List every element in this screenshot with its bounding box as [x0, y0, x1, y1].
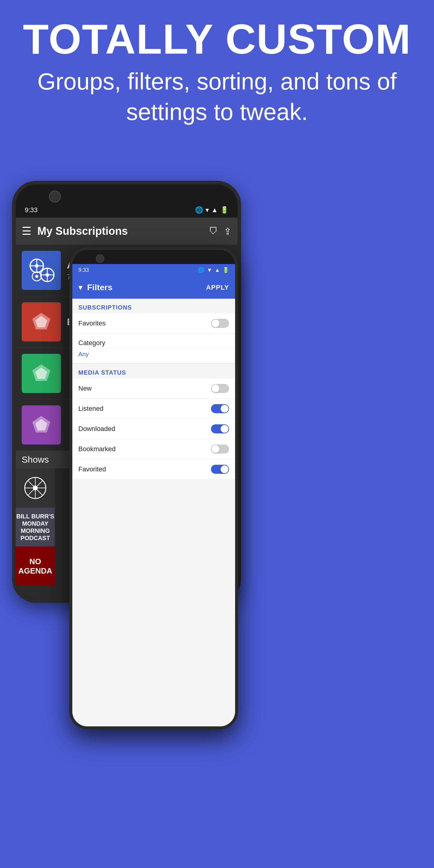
front-phone-time: 9:33: [79, 267, 89, 273]
downloaded-filter-row[interactable]: Downloaded: [72, 419, 235, 439]
favorited-filter-row[interactable]: Favorited: [72, 459, 235, 479]
category-any: Any: [79, 351, 89, 358]
purple-filter-icon: [22, 405, 61, 444]
front-phone-content: ▾ Filters APPLY SUBSCRIPTIONS Favorites …: [72, 276, 235, 726]
back-phone-time: 9:33: [25, 206, 38, 214]
back-toolbar-title: My Subscriptions: [37, 225, 203, 238]
favorited-label: Favorited: [79, 465, 211, 473]
category-value-row[interactable]: Any: [72, 348, 235, 364]
new-toggle[interactable]: [211, 384, 229, 393]
svg-point-9: [35, 275, 38, 278]
category-label: Category: [79, 339, 229, 347]
back-phone-notch: [84, 187, 169, 196]
wifi-icon: ▾: [206, 206, 209, 214]
listened-filter-row[interactable]: Listened: [72, 399, 235, 419]
filter-icon[interactable]: ⛉: [209, 226, 218, 237]
share-icon[interactable]: ⇪: [224, 226, 231, 237]
favorited-toggle[interactable]: [211, 465, 229, 474]
filters-title: Filters: [87, 283, 202, 292]
bookmarked-icon: [22, 302, 61, 341]
new-label: New: [79, 384, 211, 393]
battery-icon: 🔋: [220, 206, 228, 214]
media-status-section-header: MEDIA STATUS: [72, 364, 235, 378]
all-subscription-icon: [22, 251, 61, 290]
hero-title: TOTALLY CUSTOM: [18, 18, 416, 60]
back-phone-status-icons: 🌐 ▾ ▲ 🔋: [195, 206, 228, 214]
hero-section: TOTALLY CUSTOM Groups, filters, sorting,…: [0, 0, 434, 140]
globe-icon: 🌐: [195, 206, 203, 214]
category-filter-row[interactable]: Category: [72, 334, 235, 348]
back-phone-status-bar: 9:33 🌐 ▾ ▲ 🔋: [16, 203, 238, 218]
filters-apply-button[interactable]: APPLY: [206, 284, 229, 291]
show-item-1[interactable]: [16, 468, 55, 507]
toolbar-icons: ⛉ ⇪: [209, 226, 231, 237]
downloaded-label: Downloaded: [79, 425, 211, 433]
filters-back-icon[interactable]: ▾: [79, 282, 83, 292]
hamburger-icon[interactable]: ☰: [22, 225, 31, 238]
bookmarked-toggle[interactable]: [211, 444, 229, 454]
front-phone: 9:33 🌐 ▼ ▲ 🔋 ▾ Filters APPLY SUBSCRIPTIO…: [69, 247, 238, 730]
front-phone-notch: [127, 253, 181, 259]
listened-label: Listened: [79, 405, 211, 412]
back-phone-camera: [49, 190, 61, 203]
filters-body: SUBSCRIPTIONS Favorites Category Any MED…: [72, 299, 235, 726]
back-toolbar: ☰ My Subscriptions ⛉ ⇪: [16, 218, 238, 245]
favorites-label: Favorites: [79, 319, 211, 327]
front-phone-status-icons: 🌐 ▼ ▲ 🔋: [198, 267, 229, 273]
listened-toggle[interactable]: [211, 404, 229, 413]
hero-subtitle: Groups, filters, sorting, and tons of se…: [18, 66, 416, 127]
new-filter-row[interactable]: New: [72, 378, 235, 399]
front-wifi-icon: ▼: [207, 267, 212, 273]
favorites-filter-row[interactable]: Favorites: [72, 313, 235, 334]
front-phone-status-bar: 9:33 🌐 ▼ ▲ 🔋: [72, 264, 235, 276]
bookmarked-filter-row[interactable]: Bookmarked: [72, 439, 235, 459]
subscriptions-section-header: SUBSCRIPTIONS: [72, 299, 235, 313]
front-globe-icon: 🌐: [198, 267, 204, 273]
filters-toolbar: ▾ Filters APPLY: [72, 276, 235, 299]
signal-icon: ▲: [211, 206, 218, 214]
front-battery-icon: 🔋: [222, 267, 229, 273]
front-phone-camera: [96, 254, 104, 263]
show-item-3[interactable]: NO AGENDA: [16, 547, 55, 586]
downloaded-toggle[interactable]: [211, 424, 229, 433]
green-filter-icon: [22, 354, 61, 393]
front-signal-icon: ▲: [215, 267, 220, 273]
bookmarked-filter-label: Bookmarked: [79, 445, 211, 453]
favorites-toggle[interactable]: [211, 319, 229, 328]
show-item-2[interactable]: BILL BURR'SMONDAYMORNINGPODCAST: [16, 507, 55, 547]
phones-container: 9:33 🌐 ▾ ▲ 🔋 ☰ My Subscriptions ⛉ ⇪: [0, 181, 434, 868]
